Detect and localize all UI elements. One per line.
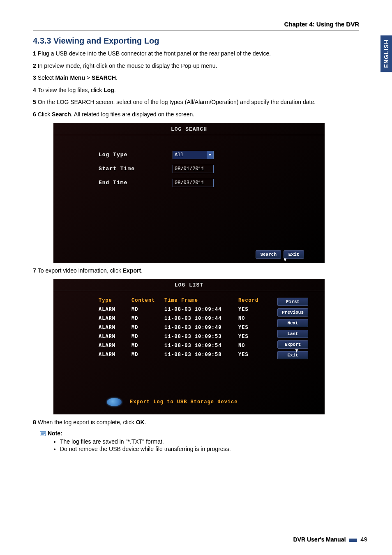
step-4: 4To view the log files, click Log.: [33, 86, 359, 95]
search-button[interactable]: Search: [256, 250, 281, 259]
log-search-screen: LOG SEARCH Log Type All Start Time 08/01…: [53, 123, 325, 263]
log-search-title: LOG SEARCH: [53, 123, 325, 135]
step-8: 8When the log export is complete, click …: [33, 419, 359, 427]
section-title: 4.3.3 Viewing and Exporting Log: [33, 36, 359, 46]
step-6: 6Click Search. All related log files are…: [33, 111, 359, 119]
progress-icon: [107, 398, 122, 406]
table-row[interactable]: ALARMMD11-08-03 10:09:54NO: [99, 343, 274, 349]
language-tab: ENGLISH: [380, 35, 392, 72]
footer-manual: DVR User's Manual: [33, 536, 346, 543]
export-button[interactable]: Export: [277, 340, 308, 349]
col-content: Content: [131, 298, 164, 303]
exit-button[interactable]: Exit: [277, 351, 308, 359]
table-row[interactable]: ALARMMD11-08-03 10:09:49YES: [99, 325, 274, 331]
table-row[interactable]: ALARMMD11-08-03 10:09:58YES: [99, 352, 274, 358]
log-list-screen: LOG LIST Type Content Time Frame Record …: [53, 279, 325, 414]
page-number: 49: [360, 536, 367, 543]
note-block: Note: The log files are saved in "*.TXT"…: [39, 430, 359, 452]
col-type: Type: [99, 298, 131, 303]
step-5: 5On the LOG SEARCH screen, select one of…: [33, 98, 359, 106]
step-7: 7To export video information, click Expo…: [33, 267, 359, 275]
end-time-input[interactable]: 08/03/2011: [173, 179, 214, 187]
log-list-title: LOG LIST: [53, 279, 325, 291]
log-type-label: Log Type: [99, 152, 173, 158]
previous-button[interactable]: Previous: [277, 308, 308, 317]
log-type-select[interactable]: All: [173, 151, 214, 159]
list-item: Do not remove the USB device while file …: [60, 446, 359, 452]
start-time-input[interactable]: 08/01/2011: [173, 165, 214, 173]
start-time-label: Start Time: [99, 166, 173, 172]
chapter-header: Chapter 4: Using the DVR: [33, 21, 359, 30]
exit-button[interactable]: Exit: [284, 250, 304, 259]
table-row[interactable]: ALARMMD11-08-03 10:09:44YES: [99, 307, 274, 312]
log-table: Type Content Time Frame Record ALARMMD11…: [99, 298, 274, 361]
list-item: The log files are saved in "*.TXT" forma…: [60, 438, 359, 445]
first-button[interactable]: First: [277, 298, 308, 306]
col-time: Time Frame: [164, 298, 238, 303]
step-1: 1Plug a USB device into the USB connecto…: [33, 50, 359, 58]
table-row[interactable]: ALARMMD11-08-03 10:09:44NO: [99, 316, 274, 321]
step-3: 3Select Main Menu > SEARCH.: [33, 74, 359, 82]
note-icon: [39, 431, 47, 437]
chevron-down-icon[interactable]: [207, 151, 213, 159]
end-time-label: End Time: [99, 180, 173, 186]
last-button[interactable]: Last: [277, 330, 308, 338]
step-2: 2In preview mode, right-click on the mou…: [33, 62, 359, 70]
col-record: Record: [238, 298, 267, 303]
next-button[interactable]: Next: [277, 319, 308, 327]
export-status-text: Export Log to USB Storage device: [130, 399, 238, 405]
footer-bar-icon: [349, 539, 357, 542]
table-row[interactable]: ALARMMD11-08-03 10:09:53YES: [99, 334, 274, 340]
